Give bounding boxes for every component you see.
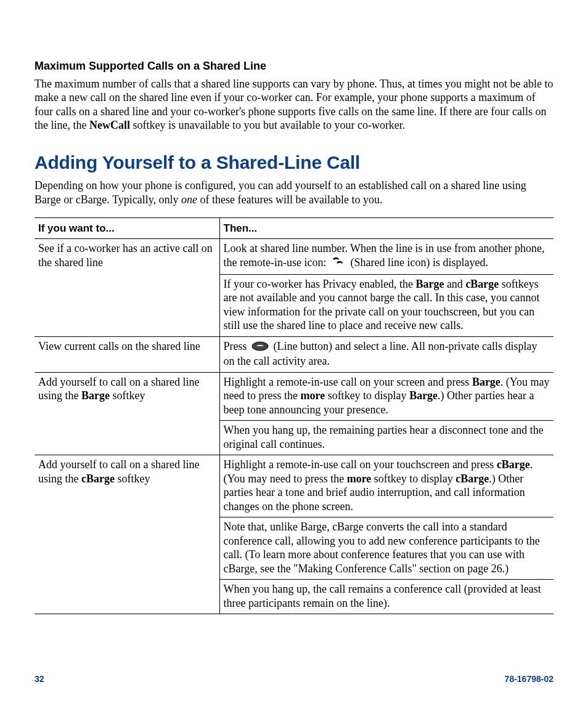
task-table: If you want to... Then... See if a co-wo… (35, 217, 553, 614)
cell-then: When you hang up, the call remains a con… (219, 580, 553, 614)
cell-then: Look at shared line number. When the lin… (219, 239, 553, 275)
text: and (444, 278, 465, 290)
text: (Line button) and select a line. All non… (224, 340, 537, 367)
text: of these features will be available to y… (197, 193, 382, 206)
cell-then: Highlight a remote-in-use call on your t… (219, 455, 553, 517)
softkey-more: more (347, 473, 372, 485)
text: softkey is unavailable to you but availa… (130, 119, 405, 131)
document-page: Maximum Supported Calls on a Shared Line… (0, 0, 588, 714)
line-button-icon (251, 341, 269, 355)
text: softkey (115, 473, 150, 485)
table-row: When you hang up, the remaining parties … (35, 421, 553, 455)
softkey-barge: Barge (415, 278, 444, 290)
paragraph-max-calls: The maximum number of calls that a share… (35, 77, 553, 132)
paragraph-intro: Depending on how your phone is configure… (35, 179, 553, 206)
cell-if: View current calls on the shared line (35, 336, 219, 372)
section-heading-max-calls: Maximum Supported Calls on a Shared Line (35, 59, 553, 73)
shared-line-icon (331, 256, 346, 270)
cell-if: Add yourself to call on a shared line us… (35, 455, 219, 517)
softkey-barge: Barge (472, 376, 500, 388)
text: Press (224, 340, 250, 352)
softkey-barge: Barge (409, 389, 438, 402)
softkey-cbarge: cBarge (465, 278, 499, 290)
table-row: Add yourself to call on a shared line us… (35, 372, 553, 421)
text: If your co-worker has Privacy enabled, t… (224, 278, 416, 290)
text: Highlight a remote-in-use call on your t… (224, 458, 497, 471)
text: softkey to display (325, 389, 409, 402)
cell-if-empty (35, 421, 219, 455)
cell-if: Add yourself to call on a shared line us… (35, 372, 219, 421)
cell-if-empty (35, 580, 219, 614)
softkey-barge: Barge (81, 389, 110, 402)
table-row: View current calls on the shared line Pr… (35, 336, 553, 372)
cell-if: See if a co-worker has an active call on… (35, 239, 219, 275)
softkey-cbarge: cBarge (497, 458, 530, 471)
table-header-row: If you want to... Then... (35, 218, 553, 239)
softkey-cbarge: cBarge (455, 473, 489, 485)
table-row: If your co-worker has Privacy enabled, t… (35, 274, 553, 336)
text: Highlight a remote-in-use call on your s… (224, 376, 472, 388)
text: softkey (110, 389, 145, 402)
section-heading-adding-yourself: Adding Yourself to a Shared-Line Call (35, 151, 553, 174)
softkey-newcall: NewCall (89, 119, 130, 131)
softkey-cbarge: cBarge (81, 473, 115, 485)
table-row: Note that, unlike Barge, cBarge converts… (35, 517, 553, 580)
page-number: 32 (35, 674, 44, 685)
document-number: 78-16798-02 (505, 674, 553, 685)
col-header-if: If you want to... (35, 218, 219, 239)
table-row: See if a co-worker has an active call on… (35, 239, 553, 275)
cell-then: Note that, unlike Barge, cBarge converts… (219, 517, 553, 580)
cell-if-empty (35, 274, 219, 336)
emphasis-one: one (181, 193, 197, 206)
cell-then: Highlight a remote-in-use call on your s… (219, 372, 553, 421)
cell-if-empty (35, 517, 219, 580)
page-footer: 32 78-16798-02 (35, 674, 553, 685)
table-row: When you hang up, the call remains a con… (35, 580, 553, 614)
text: softkey to display (371, 473, 455, 485)
svg-point-0 (252, 342, 268, 351)
cell-then: Press (Line button) and select a line. A… (219, 336, 553, 372)
text: (Shared line icon) is displayed. (350, 256, 488, 269)
col-header-then: Then... (219, 218, 553, 239)
cell-then: When you hang up, the remaining parties … (219, 421, 553, 455)
softkey-more: more (300, 389, 325, 402)
cell-then: If your co-worker has Privacy enabled, t… (219, 274, 553, 336)
table-row: Add yourself to call on a shared line us… (35, 455, 553, 517)
